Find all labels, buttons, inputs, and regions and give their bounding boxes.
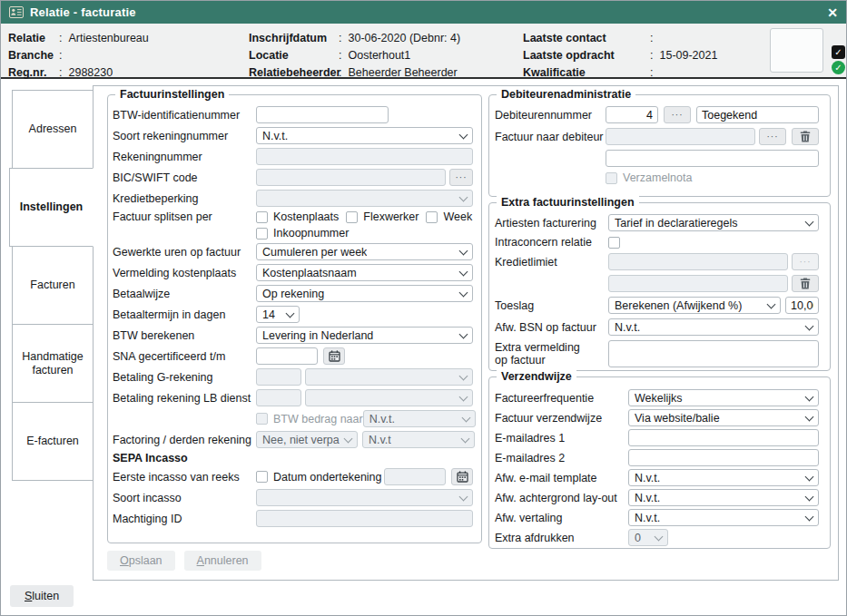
btw-bedrag-label: BTW bedrag naar	[273, 413, 363, 425]
close-icon[interactable]: ✕	[827, 6, 838, 19]
eerste-incasso-checkbox[interactable]	[256, 471, 268, 483]
content-area: Adressen Instellingen Facturen Handmatig…	[1, 79, 846, 615]
contact-card-icon	[9, 6, 24, 18]
btw-berekenen-label: BTW berekenen	[113, 329, 256, 342]
betaalwijze-label: Betaalwijze	[113, 288, 256, 300]
tab-label: Adressen	[29, 122, 77, 136]
trash-icon	[800, 278, 811, 289]
inkoopnummer-checkbox[interactable]	[256, 228, 268, 240]
kredietlimiet-label: Kredietlimiet	[495, 256, 608, 269]
status-ok-icon: ✓	[832, 61, 845, 74]
soort-rekeningnummer-select[interactable]: N.v.t.	[256, 127, 473, 144]
intraconcern-checkbox[interactable]	[608, 237, 620, 249]
factuurinstellingen-fieldset: Factuurinstellingen BTW-identificatienum…	[107, 94, 482, 543]
datum-calendar-button[interactable]	[451, 468, 473, 485]
locatie-value: Oosterhout1	[348, 47, 410, 64]
extra-vermelding-textarea[interactable]	[608, 340, 819, 367]
tab-instellingen[interactable]: Instellingen	[9, 168, 94, 247]
sluiten-button[interactable]: Sluiten	[10, 585, 74, 607]
chevron-down-icon	[655, 532, 664, 541]
colon: :	[650, 30, 653, 47]
tab-adressen[interactable]: Adressen	[12, 90, 94, 169]
debiteurennummer-input[interactable]	[606, 106, 658, 123]
betaaltermijn-select[interactable]: 14	[256, 306, 300, 323]
selected-value: Tarief in declaratieregels	[615, 217, 738, 230]
betaalwijze-select[interactable]: Op rekening	[256, 285, 473, 302]
debiteurennummer-status-input[interactable]	[696, 106, 819, 123]
afw-email-template-select[interactable]: N.v.t.	[628, 469, 819, 486]
factuur-naar-browse-button[interactable]: ···	[759, 128, 786, 145]
cancel-button[interactable]: Annuleren	[184, 551, 261, 571]
vermelding-kostenplaats-select[interactable]: Kostenplaatsnaam	[256, 264, 473, 281]
toeslag-percentage-input[interactable]	[785, 297, 819, 314]
btw-berekenen-select[interactable]: Levering in Nederland	[256, 327, 473, 344]
rekeningnummer-input	[256, 148, 473, 165]
kredietlimiet-delete-button[interactable]	[792, 275, 819, 292]
factuur-naar-delete-button[interactable]	[792, 128, 819, 145]
machtiging-label: Machtiging ID	[113, 513, 256, 525]
factuur-verzendwijze-select[interactable]: Via website/balie	[628, 409, 819, 426]
factuur-naar-debiteur-input	[606, 128, 755, 145]
factoring-select[interactable]: Nee, niet verpand	[256, 431, 358, 448]
afw-achtergrond-label: Afw. achtergrond lay-out	[495, 492, 628, 504]
chevron-down-icon	[805, 512, 814, 521]
bic-browse-button[interactable]: ···	[449, 169, 473, 186]
label-line-2: op factuur	[495, 354, 546, 367]
chevron-down-icon	[459, 192, 468, 201]
fieldset-legend: Debiteurenadministratie	[497, 88, 635, 101]
relatie-label: Relatie	[8, 30, 59, 47]
tab-label: Instellingen	[20, 200, 83, 214]
factureerfrequentie-select[interactable]: Wekelijks	[628, 389, 819, 406]
colon: :	[650, 47, 653, 64]
header-column-1: Relatie:Artiestenbureau Branche: Reg.nr.…	[8, 30, 149, 82]
colon: :	[59, 47, 62, 64]
selected-value: N.v.t.	[635, 512, 660, 524]
selected-value: N.v.t.	[635, 492, 660, 504]
debiteur-extra-input[interactable]	[606, 150, 819, 167]
kredietbeperking-select	[256, 190, 473, 207]
tab-e-facturen[interactable]: E-facturen	[12, 402, 94, 481]
toeslag-select[interactable]: Berekenen (Afwijkend %)	[608, 297, 781, 314]
flexwerker-checkbox[interactable]	[346, 211, 358, 223]
kostenplaats-checkbox-label: Kostenplaats	[273, 210, 339, 223]
label-part: nnuleren	[204, 554, 249, 567]
chevron-down-icon	[344, 434, 353, 443]
chevron-down-icon	[459, 392, 468, 401]
chevron-down-icon	[805, 492, 814, 501]
fieldset-legend: Factuurinstellingen	[115, 88, 229, 101]
selected-value: N.v.t	[369, 434, 391, 446]
eerste-incasso-label: Eerste incasso van reeks	[113, 471, 256, 484]
afw-bsn-select[interactable]: N.v.t.	[608, 318, 819, 336]
colon: :	[339, 47, 341, 64]
debiteurennummer-browse-button[interactable]: ···	[664, 106, 691, 123]
emailadres1-input[interactable]	[628, 429, 819, 446]
btw-id-input[interactable]	[256, 106, 389, 123]
sna-date-input[interactable]	[256, 347, 318, 365]
label-part: O	[120, 554, 129, 567]
colon: :	[59, 30, 62, 47]
selected-value: Wekelijks	[635, 392, 683, 405]
tab-facturen[interactable]: Facturen	[12, 246, 94, 325]
sna-calendar-button[interactable]	[323, 347, 345, 365]
gewerkte-uren-select[interactable]: Cumuleren per week	[256, 243, 473, 260]
calendar-icon	[329, 350, 340, 362]
selected-value: N.v.t.	[635, 472, 660, 484]
selected-value: Kostenplaatsnaam	[262, 267, 357, 279]
afw-vertaling-select[interactable]: N.v.t.	[628, 509, 819, 526]
tab-strip: Adressen Instellingen Facturen Handmatig…	[12, 90, 94, 481]
extra-vermelding-label: Extra vermeldingop factuur	[495, 340, 608, 367]
header-column-2: Inschrijfdatum:30-06-2020 (Debnr: 4) Loc…	[249, 30, 460, 82]
chevron-down-icon	[459, 267, 468, 276]
save-button[interactable]: Opslaan	[107, 551, 175, 571]
emailadres2-input[interactable]	[628, 449, 819, 466]
chevron-down-icon	[459, 246, 468, 255]
afw-achtergrond-select[interactable]: N.v.t.	[628, 489, 819, 506]
artiesten-facturering-select[interactable]: Tarief in declaratieregels	[608, 214, 819, 231]
lb-dienst-select	[305, 389, 473, 406]
tab-handmatige-facturen[interactable]: Handmatige facturen	[12, 324, 94, 403]
tab-label: E-facturen	[26, 435, 79, 448]
kostenplaats-checkbox[interactable]	[256, 211, 268, 223]
week-checkbox[interactable]	[426, 211, 438, 223]
chevron-down-icon	[805, 321, 814, 330]
lb-dienst-label: Betaling rekening LB dienst	[113, 392, 256, 405]
